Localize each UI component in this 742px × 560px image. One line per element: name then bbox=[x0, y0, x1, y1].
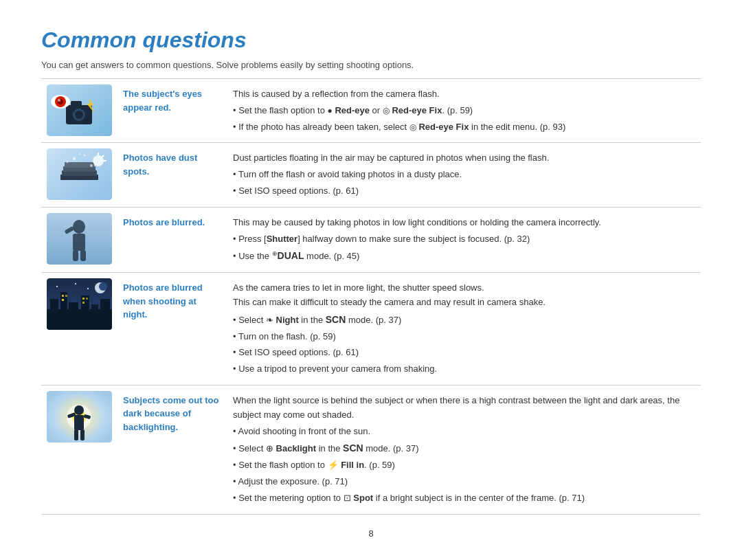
svg-rect-37 bbox=[100, 299, 110, 330]
svg-point-53 bbox=[74, 405, 84, 415]
faq-table: The subject's eyes appear red. This is c… bbox=[41, 79, 701, 515]
svg-point-48 bbox=[87, 288, 89, 289]
svg-rect-35 bbox=[81, 295, 89, 330]
image-cell-red-eye bbox=[41, 79, 117, 143]
svg-rect-29 bbox=[80, 250, 86, 261]
desc-night: As the camera tries to let in more light… bbox=[227, 273, 701, 385]
image-night bbox=[47, 278, 112, 330]
image-cell-dust bbox=[41, 143, 117, 207]
svg-point-46 bbox=[56, 286, 58, 287]
svg-rect-28 bbox=[73, 250, 78, 261]
svg-point-47 bbox=[75, 283, 76, 284]
svg-rect-42 bbox=[86, 298, 88, 300]
desc-dust: Dust particles floating in the air may b… bbox=[227, 143, 701, 207]
label-red-eye: The subject's eyes appear red. bbox=[117, 79, 227, 143]
svg-rect-33 bbox=[60, 292, 67, 330]
svg-point-4 bbox=[75, 111, 83, 119]
svg-rect-32 bbox=[50, 299, 58, 330]
svg-rect-57 bbox=[74, 429, 78, 440]
svg-point-20 bbox=[84, 155, 86, 157]
label-dust: Photos have dust spots. bbox=[117, 143, 227, 207]
svg-point-25 bbox=[73, 220, 85, 234]
image-red-eye bbox=[47, 85, 112, 136]
svg-rect-58 bbox=[80, 429, 85, 440]
svg-point-19 bbox=[73, 157, 76, 160]
page-subtitle: You can get answers to common questions.… bbox=[41, 60, 701, 70]
svg-point-45 bbox=[99, 282, 107, 291]
desc-blurred: This may be caused by taking photos in l… bbox=[227, 207, 701, 272]
table-row: Photos are blurred. This may be caused b… bbox=[41, 207, 701, 272]
table-row: Photos have dust spots. Dust particles f… bbox=[41, 143, 701, 207]
label-blurred: Photos are blurred. bbox=[117, 207, 227, 272]
svg-rect-54 bbox=[74, 415, 84, 430]
svg-rect-39 bbox=[65, 295, 67, 297]
svg-rect-26 bbox=[73, 234, 85, 251]
page-title: Common questions bbox=[41, 27, 701, 53]
svg-rect-38 bbox=[62, 295, 64, 297]
svg-rect-36 bbox=[91, 304, 98, 330]
svg-point-21 bbox=[67, 161, 69, 164]
image-cell-blurred bbox=[41, 207, 117, 272]
svg-point-23 bbox=[79, 153, 80, 155]
svg-point-22 bbox=[90, 164, 93, 167]
svg-rect-43 bbox=[82, 302, 85, 304]
svg-rect-34 bbox=[69, 302, 78, 330]
desc-red-eye: This is caused by a reflection from the … bbox=[227, 79, 701, 143]
page-number: 8 bbox=[41, 528, 701, 539]
svg-rect-2 bbox=[71, 101, 82, 108]
image-dust bbox=[47, 148, 112, 200]
table-row: The subject's eyes appear red. This is c… bbox=[41, 79, 701, 143]
svg-rect-40 bbox=[62, 299, 64, 301]
table-row: Subjects come out too dark because of ba… bbox=[41, 385, 701, 514]
table-row: Photos are blurred when shooting at nigh… bbox=[41, 273, 701, 385]
svg-point-9 bbox=[58, 99, 60, 102]
desc-backlight: When the light source is behind the subj… bbox=[227, 385, 701, 514]
image-blurred bbox=[47, 213, 112, 265]
label-night: Photos are blurred when shooting at nigh… bbox=[117, 273, 227, 385]
image-cell-night bbox=[41, 273, 117, 385]
image-cell-backlight bbox=[41, 385, 117, 514]
label-backlight: Subjects come out too dark because of ba… bbox=[117, 385, 227, 514]
svg-rect-14 bbox=[65, 162, 94, 168]
image-backlight bbox=[47, 391, 112, 443]
svg-rect-41 bbox=[82, 298, 85, 300]
